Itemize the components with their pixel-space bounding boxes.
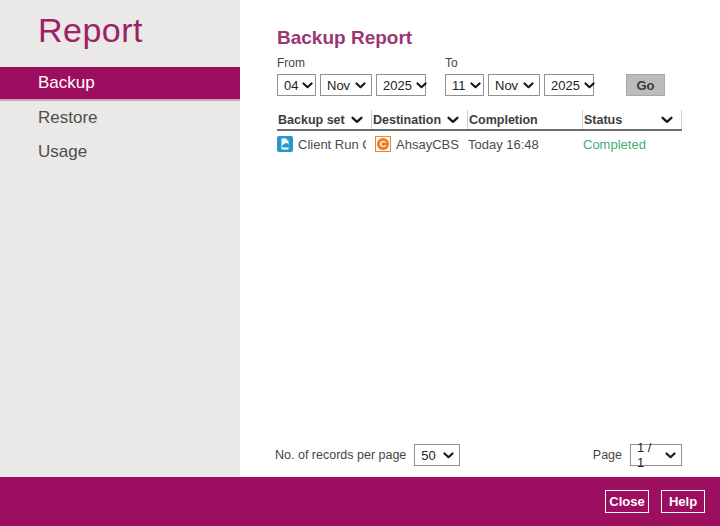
from-day-select[interactable]: 04 bbox=[277, 74, 316, 96]
page-value: 1 / 1 bbox=[637, 440, 661, 470]
backup-set-document-icon bbox=[277, 136, 293, 152]
footer-bar: Close Help bbox=[0, 477, 720, 526]
completion-time: Today 16:48 bbox=[468, 137, 539, 152]
chevron-down-icon bbox=[447, 116, 459, 124]
to-month-select[interactable]: Nov bbox=[488, 74, 540, 96]
completion-cell: Today 16:48 bbox=[468, 137, 583, 152]
page-title: Backup Report bbox=[277, 27, 720, 49]
backup-set-name: Client Run Clo... bbox=[298, 137, 366, 152]
page-selector: Page 1 / 1 bbox=[593, 444, 682, 466]
to-group: To 11 Nov 2025 bbox=[445, 56, 594, 96]
page-label: Page bbox=[593, 448, 622, 462]
chevron-down-icon bbox=[665, 452, 676, 459]
close-button[interactable]: Close bbox=[605, 490, 649, 513]
to-year-select[interactable]: 2025 bbox=[544, 74, 594, 96]
records-per-page: No. of records per page 50 bbox=[275, 444, 460, 466]
destination-cell: C AhsayCBS bbox=[372, 136, 468, 152]
chevron-down-icon bbox=[470, 82, 481, 89]
chevron-down-icon bbox=[351, 116, 363, 124]
column-label: Completion bbox=[469, 113, 538, 127]
from-day-value: 04 bbox=[284, 78, 298, 93]
to-month-value: Nov bbox=[495, 78, 518, 93]
column-header-completion: Completion bbox=[468, 110, 583, 129]
table-row[interactable]: Client Run Clo... C AhsayCBS Today 16:48… bbox=[277, 133, 682, 155]
column-header-status[interactable]: Status bbox=[583, 110, 682, 129]
sidebar-title: Report bbox=[38, 11, 240, 50]
status-cell: Completed bbox=[583, 137, 682, 152]
chevron-down-icon bbox=[584, 82, 595, 89]
records-per-page-value: 50 bbox=[421, 448, 435, 463]
chevron-down-icon bbox=[661, 116, 673, 124]
chevron-down-icon bbox=[523, 82, 534, 89]
to-label: To bbox=[445, 56, 594, 70]
from-year-value: 2025 bbox=[383, 78, 412, 93]
go-button[interactable]: Go bbox=[626, 74, 665, 96]
sidebar-item-restore[interactable]: Restore bbox=[0, 101, 240, 135]
app-window: Report Backup Restore Usage Backup Repor… bbox=[0, 0, 720, 526]
column-header-backup-set[interactable]: Backup set bbox=[277, 110, 372, 129]
from-month-value: Nov bbox=[327, 78, 350, 93]
column-header-destination[interactable]: Destination bbox=[372, 110, 468, 129]
records-per-page-label: No. of records per page bbox=[275, 448, 406, 462]
pagination-bar: No. of records per page 50 Page 1 / 1 bbox=[275, 444, 682, 466]
to-day-value: 11 bbox=[452, 78, 466, 93]
sidebar-item-backup[interactable]: Backup bbox=[0, 67, 240, 101]
backup-set-cell: Client Run Clo... bbox=[277, 136, 372, 152]
chevron-down-icon bbox=[302, 82, 313, 89]
page-select[interactable]: 1 / 1 bbox=[630, 444, 682, 466]
column-label: Status bbox=[584, 113, 622, 127]
report-table: Backup set Destination Completion Status bbox=[277, 110, 682, 155]
from-group: From 04 Nov 2025 bbox=[277, 56, 426, 96]
chevron-down-icon bbox=[416, 82, 427, 89]
status-badge: Completed bbox=[583, 137, 646, 152]
sidebar-menu: Backup Restore Usage bbox=[0, 67, 240, 169]
ahsaycbs-c-icon: C bbox=[375, 136, 391, 152]
from-label: From bbox=[277, 56, 426, 70]
table-header: Backup set Destination Completion Status bbox=[277, 110, 682, 131]
column-label: Destination bbox=[373, 113, 441, 127]
destination-name: AhsayCBS bbox=[396, 137, 459, 152]
chevron-down-icon bbox=[443, 452, 454, 459]
main-content: Backup Report From 04 Nov 2025 bbox=[240, 0, 720, 477]
to-year-value: 2025 bbox=[551, 78, 580, 93]
chevron-down-icon bbox=[355, 82, 366, 89]
to-day-select[interactable]: 11 bbox=[445, 74, 484, 96]
from-year-select[interactable]: 2025 bbox=[376, 74, 426, 96]
sidebar: Report Backup Restore Usage bbox=[0, 0, 240, 477]
date-filter: From 04 Nov 2025 T bbox=[277, 56, 665, 96]
help-button[interactable]: Help bbox=[661, 490, 705, 513]
from-month-select[interactable]: Nov bbox=[320, 74, 372, 96]
column-label: Backup set bbox=[278, 113, 345, 127]
records-per-page-select[interactable]: 50 bbox=[414, 444, 460, 466]
sidebar-item-usage[interactable]: Usage bbox=[0, 135, 240, 169]
